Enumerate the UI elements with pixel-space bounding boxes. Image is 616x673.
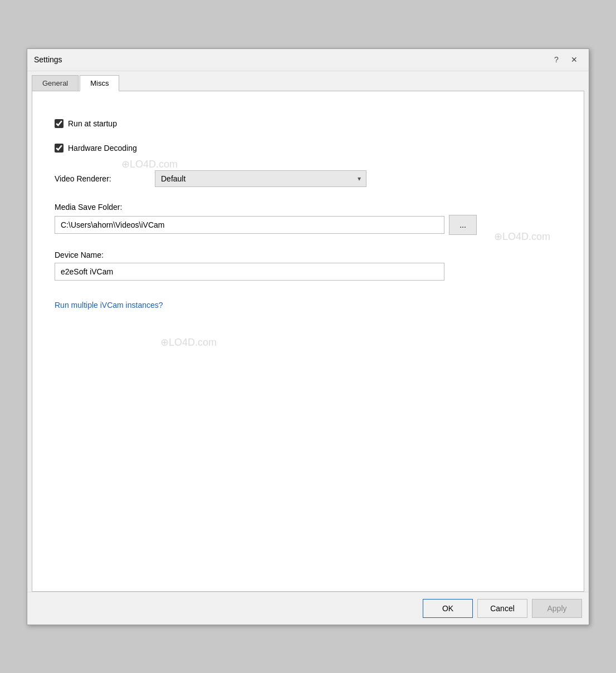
- title-bar: Settings ? ✕: [27, 49, 589, 71]
- dialog-title: Settings: [34, 55, 62, 64]
- device-name-label: Device Name:: [55, 250, 561, 259]
- watermark-3: ⊕LO4D.com: [160, 336, 217, 348]
- multiple-instances-row: Run multiple iVCam instances?: [55, 301, 561, 310]
- device-name-group: Device Name:: [55, 250, 561, 281]
- hardware-decoding-label: Hardware Decoding: [68, 144, 137, 153]
- browse-button[interactable]: ...: [449, 215, 477, 235]
- media-save-folder-input[interactable]: [55, 216, 444, 234]
- settings-dialog: Settings ? ✕ General Miscs ⊕LO4D.com ⊕LO…: [27, 48, 589, 625]
- media-save-folder-group: Media Save Folder: ...: [55, 203, 561, 235]
- footer: OK Cancel Apply: [27, 592, 589, 625]
- ok-button[interactable]: OK: [423, 599, 473, 618]
- hardware-decoding-row: Hardware Decoding: [55, 144, 561, 153]
- folder-input-row: ...: [55, 215, 561, 235]
- video-renderer-select-wrapper: Default DirectX OpenGL ▾: [155, 170, 366, 187]
- watermark-1: ⊕LO4D.com: [121, 158, 178, 170]
- multiple-instances-link[interactable]: Run multiple iVCam instances?: [55, 301, 163, 310]
- close-button[interactable]: ✕: [566, 52, 582, 67]
- help-button[interactable]: ?: [549, 52, 564, 67]
- tabs-bar: General Miscs: [27, 71, 589, 91]
- video-renderer-group: Video Renderer: Default DirectX OpenGL ▾: [55, 170, 561, 187]
- run-at-startup-label: Run at startup: [68, 119, 117, 128]
- apply-button[interactable]: Apply: [532, 599, 582, 618]
- tab-miscs[interactable]: Miscs: [80, 75, 119, 91]
- content-area: ⊕LO4D.com ⊕LO4D.com ⊕LO4D.com Run at sta…: [32, 91, 584, 592]
- media-save-folder-label: Media Save Folder:: [55, 203, 561, 212]
- cancel-button[interactable]: Cancel: [477, 599, 527, 618]
- run-at-startup-row: Run at startup: [55, 119, 561, 128]
- device-name-input[interactable]: [55, 263, 444, 281]
- video-renderer-select[interactable]: Default DirectX OpenGL: [155, 170, 366, 187]
- hardware-decoding-checkbox[interactable]: [55, 144, 63, 153]
- tab-general[interactable]: General: [32, 75, 79, 91]
- video-renderer-label: Video Renderer:: [55, 174, 144, 183]
- run-at-startup-checkbox[interactable]: [55, 119, 63, 128]
- title-bar-controls: ? ✕: [549, 52, 582, 67]
